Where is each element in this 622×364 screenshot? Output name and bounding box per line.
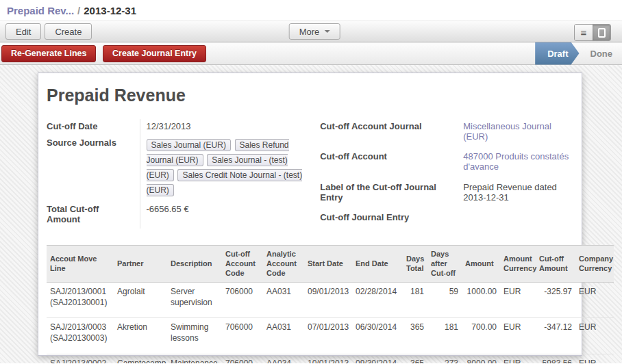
cell-amount-currency: EUR xyxy=(500,318,536,354)
table-row[interactable]: SAJ/2013/0001 (SAJ20130001) Agrolait Ser… xyxy=(47,283,614,318)
col-header-cutoff-account-code: Cut-off Account Code xyxy=(222,246,263,283)
cell-company-currency: EUR xyxy=(575,283,614,318)
form-fields: Cut-off Date 12/31/2013 Source Journals … xyxy=(47,119,573,229)
table-header-row: Accout Move Line Partner Description Cut… xyxy=(47,246,614,283)
cell-cutoff-account-code: 706000 xyxy=(222,318,263,354)
col-header-amount-currency: Amount Currency xyxy=(500,246,536,283)
cell-cutoff-amount: -325.97 xyxy=(536,283,575,318)
cell-amount: 8000.00 xyxy=(462,354,500,363)
cell-days-after-cutoff: 59 xyxy=(427,283,462,318)
col-header-days-total: Days Total xyxy=(403,246,427,283)
left-field-group: Cut-off Date 12/31/2013 Source Journals … xyxy=(47,119,313,229)
cell-company-currency: EUR xyxy=(575,354,614,363)
cell-partner: Akretion xyxy=(114,318,167,354)
list-view-button[interactable]: ≡ xyxy=(575,25,593,40)
form-view-button[interactable] xyxy=(593,25,610,40)
statusbar: Draft Done xyxy=(535,42,622,65)
cell-partner: Camptocamp xyxy=(114,354,167,363)
cell-end-date: 09/30/2014 xyxy=(352,354,403,363)
cell-days-after-cutoff: 273 xyxy=(427,354,462,363)
breadcrumb-separator: / xyxy=(77,5,80,16)
form-header-bar: Re-Generate Lines Create Journal Entry D… xyxy=(0,42,622,65)
cell-start-date: 09/01/2013 xyxy=(304,283,352,318)
create-journal-entry-button[interactable]: Create Journal Entry xyxy=(103,45,206,62)
form-sheet: Prepaid Revenue Cut-off Date 12/31/2013 … xyxy=(38,73,582,356)
total-cutoff-amount-label: Total Cut-off Amount xyxy=(47,202,140,229)
cutoff-lines-table: Accout Move Line Partner Description Cut… xyxy=(47,245,614,363)
col-header-start-date: Start Date xyxy=(304,246,352,283)
cell-days-total: 181 xyxy=(403,283,427,318)
cell-analytic-account-code: AA031 xyxy=(263,283,304,318)
col-header-analytic-account-code: Analytic Account Code xyxy=(263,246,304,283)
cell-start-date: 07/01/2013 xyxy=(304,318,352,354)
table-row[interactable]: SAJ/2013/0002 (SAJ20130002) Camptocamp M… xyxy=(47,354,614,363)
list-view-icon: ≡ xyxy=(581,27,587,38)
cell-start-date: 10/01/2013 xyxy=(304,354,352,363)
cell-days-after-cutoff: 181 xyxy=(427,318,462,354)
cell-move-line: SAJ/2013/0003 (SAJ20130003) xyxy=(47,318,114,354)
col-header-cutoff-amount: Cut-off Amount xyxy=(536,246,575,283)
page-title: Prepaid Revenue xyxy=(47,86,573,105)
cutoff-account-journal-label: Cut-off Account Journal xyxy=(320,119,457,149)
cutoff-journal-entry-value xyxy=(457,210,573,229)
cell-analytic-account-code: AA034 xyxy=(263,354,304,363)
right-field-group: Cut-off Account Journal Miscellaneous Jo… xyxy=(320,119,573,229)
col-header-description: Description xyxy=(167,246,222,283)
source-journals-tags: Sales Journal (EUR) Sales Refund Journal… xyxy=(147,140,303,195)
edit-button[interactable]: Edit xyxy=(5,23,41,40)
cutoff-journal-entry-label: Cut-off Journal Entry xyxy=(320,210,457,229)
breadcrumb-parent-link[interactable]: Prepaid Rev... xyxy=(7,5,74,16)
cell-end-date: 02/28/2014 xyxy=(352,283,403,318)
total-cutoff-amount-value: -6656.65 € xyxy=(140,202,313,229)
view-switcher: ≡ xyxy=(574,24,611,41)
form-view-icon xyxy=(598,28,606,38)
status-state-done: Done xyxy=(580,42,622,65)
cell-move-line: SAJ/2013/0001 (SAJ20130001) xyxy=(47,283,114,318)
cell-amount-currency: EUR xyxy=(500,354,536,363)
cell-days-total: 365 xyxy=(403,318,427,354)
cutoff-date-value: 12/31/2013 xyxy=(140,119,313,135)
cutoff-account-link[interactable]: 487000 Produits constatés d'avance xyxy=(463,151,573,172)
cell-amount-currency: EUR xyxy=(500,283,536,318)
cell-move-line: SAJ/2013/0002 (SAJ20130002) xyxy=(47,354,114,363)
cell-description: Maintenance contract xyxy=(167,354,222,363)
form-page-background: Prepaid Revenue Cut-off Date 12/31/2013 … xyxy=(0,65,622,363)
regenerate-lines-button[interactable]: Re-Generate Lines xyxy=(1,45,96,62)
more-dropdown-button[interactable]: More xyxy=(289,23,340,40)
col-header-end-date: End Date xyxy=(352,246,403,283)
cell-amount: 700.00 xyxy=(462,318,500,354)
chevron-down-icon xyxy=(324,30,329,33)
cutoff-account-journal-link[interactable]: Miscellaneous Journal (EUR) xyxy=(463,121,551,142)
journal-tag: Sales Journal (EUR) xyxy=(147,139,231,151)
col-header-partner: Partner xyxy=(114,246,167,283)
more-label: More xyxy=(299,27,320,37)
cell-cutoff-account-code: 706000 xyxy=(222,283,263,318)
cell-amount: 1000.00 xyxy=(462,283,500,318)
cell-description: Swimming lessons xyxy=(167,318,222,354)
action-buttons: Re-Generate Lines Create Journal Entry xyxy=(1,45,210,62)
cell-cutoff-account-code: 706000 xyxy=(222,354,263,363)
cutoff-account-label: Cut-off Account xyxy=(320,149,457,179)
breadcrumb-current: 2013-12-31 xyxy=(84,5,136,16)
col-header-company-currency: Company Currency xyxy=(575,246,614,283)
cell-days-total: 365 xyxy=(403,354,427,363)
col-header-days-after-cutoff: Days after Cut-off xyxy=(427,246,462,283)
cell-cutoff-amount: -347.12 xyxy=(536,318,575,354)
cell-cutoff-amount: -5983.56 xyxy=(536,354,575,363)
breadcrumb: Prepaid Rev... / 2013-12-31 xyxy=(0,0,622,21)
source-journals-label: Source Journals xyxy=(47,135,140,202)
toolbar: Edit Create More ≡ xyxy=(0,21,622,42)
cell-company-currency: EUR xyxy=(575,318,614,354)
cell-description: Server supervision xyxy=(167,283,222,318)
create-button[interactable]: Create xyxy=(45,23,92,40)
cutoff-date-label: Cut-off Date xyxy=(47,119,140,135)
col-header-amount: Amount xyxy=(462,246,500,283)
cell-analytic-account-code: AA031 xyxy=(263,318,304,354)
cell-end-date: 06/30/2014 xyxy=(352,318,403,354)
table-row[interactable]: SAJ/2013/0003 (SAJ20130003) Akretion Swi… xyxy=(47,318,614,354)
journal-entry-label-value: Prepaid Revenue dated 2013-12-31 xyxy=(463,182,573,203)
col-header-move-line: Accout Move Line xyxy=(47,246,114,283)
cell-partner: Agrolait xyxy=(114,283,167,318)
journal-entry-label-label: Label of the Cut-off Journal Entry xyxy=(320,180,457,210)
status-state-draft: Draft xyxy=(535,42,579,65)
